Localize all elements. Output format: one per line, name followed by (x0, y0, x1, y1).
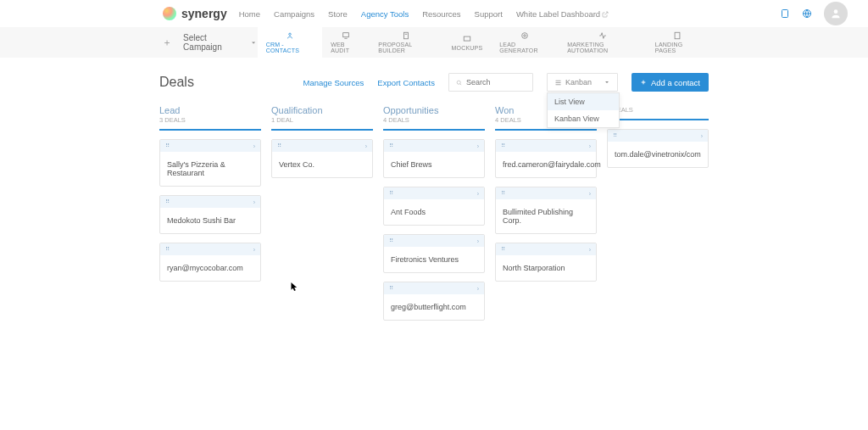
svg-point-15 (524, 35, 526, 37)
column-bar (607, 119, 709, 120)
view-option-list[interactable]: List View (548, 93, 619, 110)
nav-store[interactable]: Store (328, 9, 348, 19)
add-contact-label: Add a contact (651, 78, 700, 87)
card-title: fred.cameron@fairydale.com (496, 152, 596, 177)
chevron-right-icon[interactable]: › (477, 286, 479, 292)
column-title: Lead (159, 105, 261, 115)
chevron-right-icon[interactable]: › (253, 247, 255, 253)
plus-icon (640, 79, 647, 86)
deal-card[interactable]: ⠿›Chief Brews (383, 139, 485, 178)
tool-leadgen[interactable]: LEAD GENERATOR (491, 27, 559, 58)
mockups-icon (463, 35, 471, 43)
deal-card[interactable]: ⠿›Vertex Co. (271, 139, 373, 178)
nav-campaigns[interactable]: Campaigns (274, 9, 314, 19)
drag-icon[interactable]: ⠿ (501, 142, 505, 149)
nav-white-label-label: White Label Dashboard (516, 9, 600, 19)
globe-icon[interactable] (802, 8, 812, 19)
view-label: Kanban (565, 78, 592, 87)
tool-automation[interactable]: MARKETING AUTOMATION (559, 27, 647, 58)
column-extra: 1 DEALS ⠿›tom.dale@vinetronix/com (607, 105, 709, 329)
deal-card[interactable]: ⠿›Sally's Pizzeria & Restaurant (159, 139, 261, 187)
drag-icon[interactable]: ⠿ (501, 246, 505, 253)
proposal-icon (402, 31, 410, 40)
card-title: North Starporation (496, 255, 596, 281)
view-option-kanban[interactable]: Kanban View (548, 110, 619, 127)
drag-icon[interactable]: ⠿ (165, 142, 170, 149)
tool-mockups-label: MOCKUPS (451, 45, 482, 51)
chevron-right-icon[interactable]: › (589, 247, 591, 253)
card-title: greg@butterflight.com (384, 294, 484, 320)
drag-icon[interactable]: ⠿ (389, 237, 393, 244)
user-icon (830, 8, 842, 20)
nav-support[interactable]: Support (475, 9, 503, 19)
search-box[interactable] (448, 73, 533, 92)
deal-card[interactable]: ⠿›Bullimited Publishing Corp. (495, 187, 597, 234)
svg-rect-16 (675, 32, 680, 39)
card-title: Firetronics Ventures (384, 247, 484, 272)
export-contacts-link[interactable]: Export Contacts (377, 78, 435, 87)
tool-crm-label: CRM - CONTACTS (266, 42, 314, 53)
tool-mockups[interactable]: MOCKUPS (442, 27, 491, 58)
chevron-right-icon[interactable]: › (477, 191, 479, 197)
card-title: Medokoto Sushi Bar (160, 208, 260, 233)
chevron-down-icon (604, 79, 610, 86)
column-count: 1 DEALS (607, 106, 709, 114)
deal-card[interactable]: ⠿›fred.cameron@fairydale.com (495, 139, 597, 178)
svg-rect-13 (464, 36, 470, 41)
column-opportunities: Opportunities 4 DEALS ⠿›Chief Brews ⠿›An… (383, 105, 485, 329)
column-lead: Lead 3 DEALS ⠿›Sally's Pizzeria & Restau… (159, 105, 261, 329)
chevron-right-icon[interactable]: › (477, 238, 479, 244)
deal-card[interactable]: ⠿›greg@butterflight.com (383, 282, 485, 321)
tool-crm[interactable]: CRM - CONTACTS (258, 27, 323, 58)
nav-agency-tools[interactable]: Agency Tools (361, 9, 409, 19)
chevron-right-icon[interactable]: › (253, 143, 255, 149)
deal-card[interactable]: ⠿›ryan@mycocobar.com (159, 243, 261, 282)
manage-sources-link[interactable]: Manage Sources (303, 78, 364, 87)
logo: synergy (163, 7, 227, 20)
card-title: Ant Foods (384, 199, 484, 225)
chevron-down-icon (250, 39, 257, 47)
svg-point-8 (289, 33, 292, 36)
avatar[interactable] (824, 2, 848, 25)
search-input[interactable] (466, 78, 526, 87)
tool-landing[interactable]: LANDING PAGES (647, 27, 709, 58)
tool-web-audit[interactable]: WEB AUDIT (322, 27, 370, 58)
nav-resources[interactable]: Resources (422, 9, 460, 19)
drag-icon[interactable]: ⠿ (277, 142, 281, 149)
chevron-right-icon[interactable]: › (589, 191, 591, 197)
drag-icon[interactable]: ⠿ (389, 285, 393, 292)
drag-icon[interactable]: ⠿ (613, 132, 617, 139)
chevron-right-icon[interactable]: › (701, 133, 703, 139)
column-count: 4 DEALS (383, 116, 485, 124)
tool-proposal[interactable]: PROPOSAL BUILDER (370, 27, 442, 58)
drag-icon[interactable]: ⠿ (165, 198, 170, 205)
chevron-right-icon[interactable]: › (477, 143, 479, 149)
view-dropdown[interactable]: Kanban List View Kanban View (547, 73, 618, 92)
drag-icon[interactable]: ⠿ (165, 246, 170, 253)
page-title: Deals (159, 75, 194, 90)
chevron-right-icon[interactable]: › (589, 143, 591, 149)
drag-icon[interactable]: ⠿ (389, 190, 393, 197)
deal-card[interactable]: ⠿›tom.dale@vinetronix/com (607, 129, 709, 168)
card-title: ryan@mycocobar.com (160, 255, 260, 281)
chevron-right-icon[interactable]: › (253, 199, 255, 205)
deal-card[interactable]: ⠿›Medokoto Sushi Bar (159, 195, 261, 234)
chevron-right-icon[interactable]: › (365, 143, 367, 149)
add-contact-button[interactable]: Add a contact (632, 73, 709, 92)
nav-home[interactable]: Home (239, 9, 260, 19)
tool-audit-label: WEB AUDIT (331, 42, 361, 53)
tool-proposal-label: PROPOSAL BUILDER (378, 42, 434, 53)
svg-point-5 (834, 9, 838, 14)
deal-card[interactable]: ⠿›North Starporation (495, 243, 597, 282)
nav-white-label[interactable]: White Label Dashboard (516, 9, 609, 19)
drag-icon[interactable]: ⠿ (389, 142, 393, 149)
drag-icon[interactable]: ⠿ (501, 190, 505, 197)
deal-card[interactable]: ⠿›Ant Foods (383, 187, 485, 226)
plus-icon[interactable] (163, 38, 171, 47)
select-campaign-label: Select Campaign (183, 33, 242, 52)
external-link-icon (602, 11, 609, 18)
deal-card[interactable]: ⠿›Firetronics Ventures (383, 234, 485, 273)
tablet-icon[interactable] (780, 8, 790, 19)
leadgen-icon (520, 31, 529, 40)
select-campaign-dropdown[interactable]: Select Campaign (183, 33, 258, 52)
